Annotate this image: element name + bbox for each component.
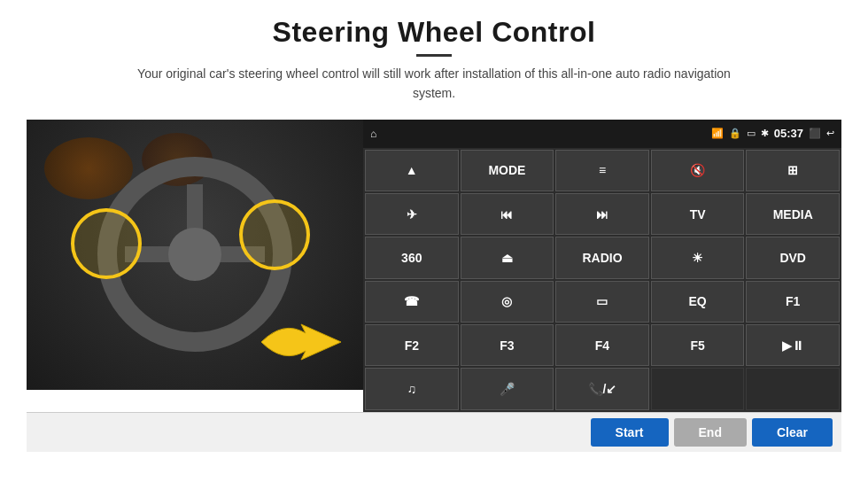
back-icon: ↩	[826, 128, 834, 139]
ctrl-btn-f5[interactable]: F5	[651, 324, 745, 366]
ctrl-btn-phonecall[interactable]: 📞/↙	[555, 368, 649, 409]
ctrl-btn-f3[interactable]: F3	[461, 324, 554, 366]
content-area: ⌂ 📶 🔒 ▭ ✱ 05:37 ⬛ ↩ ▲MODE≡🔇⊞✈⏮⏭TVMEDIA36…	[27, 120, 841, 412]
page-title: Steering Wheel Control	[124, 16, 744, 49]
direction-arrow	[257, 315, 345, 369]
ctrl-btn-tv[interactable]: TV	[651, 193, 745, 235]
ctrl-btn-mode[interactable]: MODE	[461, 150, 554, 191]
lock-icon: 🔒	[729, 128, 741, 139]
screen-icon: ⬛	[809, 128, 821, 139]
ctrl-btn-radio[interactable]: RADIO	[555, 237, 649, 278]
steering-wheel-image	[27, 120, 363, 390]
ctrl-btn-f4[interactable]: F4	[555, 324, 649, 366]
arrow-container	[257, 315, 345, 372]
ctrl-btn-cam360[interactable]: 360	[365, 237, 459, 278]
ctrl-btn-mic[interactable]: 🎤	[461, 368, 554, 409]
ctrl-btn-playpause[interactable]: ▶⏸	[746, 324, 840, 366]
end-button[interactable]: End	[674, 418, 747, 447]
ctrl-btn-f2[interactable]: F2	[365, 324, 459, 366]
ctrl-btn-bright[interactable]: ☀	[651, 237, 745, 278]
page-container: Steering Wheel Control Your original car…	[0, 0, 868, 482]
ctrl-btn-back-nav[interactable]: ✈	[365, 193, 459, 235]
ctrl-btn-empty1[interactable]	[651, 368, 745, 409]
ctrl-btn-mute[interactable]: 🔇	[651, 150, 745, 191]
topbar-right: 📶 🔒 ▭ ✱ 05:37 ⬛ ↩	[711, 127, 834, 140]
highlight-right-buttons	[239, 199, 310, 270]
ctrl-btn-empty2[interactable]	[746, 368, 840, 409]
ctrl-btn-apps[interactable]: ⊞	[746, 150, 840, 191]
title-section: Steering Wheel Control Your original car…	[124, 16, 744, 104]
wifi-icon: 📶	[711, 128, 724, 139]
ctrl-btn-music[interactable]: ♫	[365, 368, 459, 409]
ctrl-btn-dvd[interactable]: DVD	[746, 237, 840, 278]
bluetooth-icon: ✱	[761, 128, 769, 139]
ctrl-btn-compass[interactable]: ◎	[461, 281, 554, 323]
bottom-bar: Start End Clear	[27, 412, 841, 452]
page-subtitle: Your original car's steering wheel contr…	[124, 64, 744, 104]
ctrl-btn-eject[interactable]: ⏏	[461, 237, 554, 278]
home-icon: ⌂	[370, 128, 376, 140]
control-panel: ⌂ 📶 🔒 ▭ ✱ 05:37 ⬛ ↩ ▲MODE≡🔇⊞✈⏮⏭TVMEDIA36…	[363, 120, 841, 412]
ctrl-btn-media[interactable]: MEDIA	[746, 193, 840, 235]
clear-button[interactable]: Clear	[752, 418, 833, 447]
ctrl-btn-list[interactable]: ≡	[555, 150, 649, 191]
ctrl-btn-nav[interactable]: ▲	[365, 150, 459, 191]
ctrl-btn-eq[interactable]: EQ	[651, 281, 745, 323]
ctrl-btn-next[interactable]: ⏭	[555, 193, 649, 235]
gauge-left	[44, 137, 133, 199]
ctrl-btn-f1[interactable]: F1	[746, 281, 840, 323]
topbar-left: ⌂	[370, 128, 376, 140]
time-display: 05:37	[774, 127, 803, 140]
highlight-left-buttons	[71, 208, 142, 279]
sim-icon: ▭	[747, 128, 756, 139]
title-divider	[416, 54, 452, 57]
panel-topbar: ⌂ 📶 🔒 ▭ ✱ 05:37 ⬛ ↩	[363, 120, 841, 148]
steering-bg	[27, 120, 363, 390]
ctrl-btn-rect[interactable]: ▭	[555, 281, 649, 323]
control-buttons-grid: ▲MODE≡🔇⊞✈⏮⏭TVMEDIA360⏏RADIO☀DVD☎◎▭EQF1F2…	[363, 148, 841, 412]
ctrl-btn-prev[interactable]: ⏮	[461, 193, 554, 235]
start-button[interactable]: Start	[591, 418, 669, 447]
wheel-center	[168, 228, 221, 281]
ctrl-btn-phone[interactable]: ☎	[365, 281, 459, 323]
